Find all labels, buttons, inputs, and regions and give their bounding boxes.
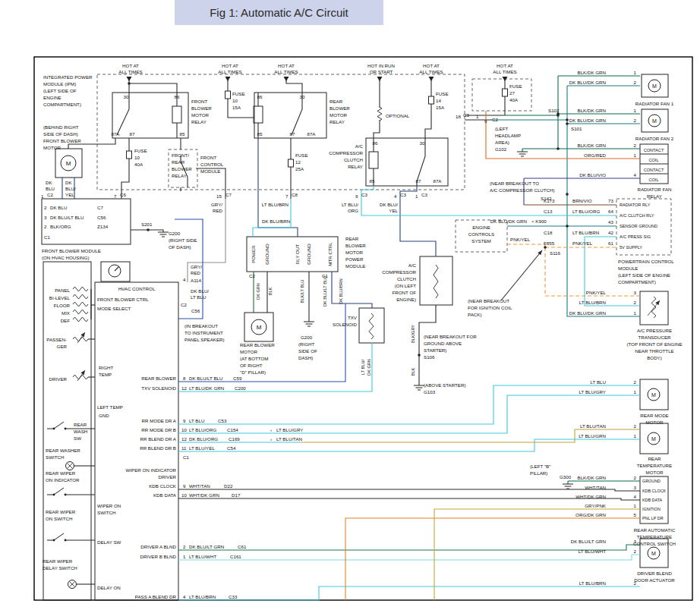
- diagram-label: PNK/YEL: [586, 290, 607, 295]
- diagram-label: PANEL: [55, 288, 70, 293]
- diagram-label: D17: [232, 492, 241, 498]
- diagram-label: S102: [548, 108, 560, 113]
- motor-m: M: [651, 436, 656, 442]
- diagram-label: DK BLU/: [191, 288, 209, 294]
- diagram-label: SWITCH: [97, 510, 115, 515]
- diagram-label: NEAR THROTTLE: [635, 348, 673, 354]
- diagram-label: C54: [227, 445, 236, 451]
- diagram-label: WHT/TAN: [189, 483, 210, 489]
- diagram-label: < K900: [531, 219, 547, 224]
- diagram-label: TO INSTRUMENT: [184, 330, 223, 335]
- diagram-label: C169: [229, 436, 240, 442]
- diagram-label: LT BLU/WHT: [189, 554, 216, 559]
- component-box: [369, 152, 378, 168]
- diagram-label: SW: [74, 435, 81, 441]
- component-box: [247, 237, 338, 272]
- resistor-icon: [73, 317, 88, 322]
- diagram-label: 85: [257, 131, 263, 137]
- diagram-label: 15A: [232, 105, 241, 110]
- figure-title-bar: Fig 1: Automatic A/C Circuit: [175, 0, 383, 25]
- junction-dot: [566, 122, 569, 125]
- diagram-label: 4: [183, 277, 186, 282]
- diagram-label: DK GRN: [367, 359, 371, 376]
- diagram-label: 3: [634, 290, 637, 295]
- diagram-label: C56: [97, 215, 106, 220]
- diagram-label: MTR CTRL: [327, 242, 333, 266]
- diagram-label: BLK/DK GRN: [578, 70, 606, 75]
- diagram-label: RELAY: [191, 119, 207, 124]
- power-feed-arrow: [225, 77, 231, 81]
- diagram-label: C33: [229, 594, 238, 599]
- diagram-label: 43: [608, 219, 613, 225]
- diagram-label: A/C COMPRESSOR CLUTCH): [490, 187, 555, 193]
- diagram-label: CONTACT: [644, 168, 664, 172]
- diagram-label: C1: [44, 234, 50, 240]
- diagram-label: LT BLU/BRN: [189, 594, 216, 599]
- diagram-label: 15A: [436, 105, 445, 110]
- wire: [178, 498, 640, 500]
- diagram-label: 86: [175, 94, 180, 99]
- diagram-label: LT BLU: [189, 418, 204, 423]
- wire: [178, 586, 640, 600]
- diagram-label: D22: [224, 483, 233, 489]
- diagram-label: BLK: [268, 287, 273, 295]
- motor-m: M: [652, 118, 657, 124]
- diagram-label: ALL TIMES: [493, 69, 516, 74]
- fuse-icon: [225, 91, 231, 99]
- junction-dot: [566, 225, 569, 228]
- coil-icon: [651, 297, 656, 318]
- wire: [178, 395, 640, 433]
- diagram-label: RELAY: [647, 193, 662, 199]
- diagram-label: PASSEN-: [46, 337, 67, 342]
- diagram-label: MIX: [61, 310, 70, 316]
- diagram-label: G103: [424, 389, 436, 395]
- diagram-label: FUSE: [232, 91, 245, 96]
- diagram-label: 12: [295, 159, 301, 165]
- diagram-label: (ON HVAC HOUSING): [42, 255, 89, 260]
- diagram-label: DELAY ON: [97, 585, 121, 590]
- diagram-label: RR MODE DR B: [141, 427, 176, 432]
- diagram-label: (ABOVE STARTER): [424, 382, 465, 388]
- diagram-label: (TOP FRONT OF ENGINE: [626, 341, 682, 347]
- diagram-label: 3: [634, 485, 637, 490]
- diagram-label: 1: [634, 433, 637, 439]
- diagram-label: PACK): [468, 312, 481, 317]
- diagram-label: S201: [141, 222, 153, 227]
- wires: [62, 76, 668, 600]
- diagram-label: ALL TIMES: [118, 69, 142, 74]
- diagram-label: 12: [181, 385, 187, 391]
- diagram-label: MODULE: [345, 263, 365, 269]
- wiring-diagram: MMMMMMMHOT ATALL TIMESHOT ATALL TIMESHOT…: [0, 0, 700, 610]
- diagram-label: 2: [634, 300, 637, 305]
- diagram-label: MOTOR: [646, 470, 664, 475]
- resistor-icon: [73, 302, 88, 307]
- diagram-label: MODULE (IPM): [43, 81, 76, 86]
- diagram-label: 2: [634, 143, 637, 148]
- diagram-label: F855: [544, 241, 555, 246]
- diagram-label: 2: [183, 544, 186, 549]
- diagram-label: PNL LP DR: [642, 516, 664, 520]
- diagram-label: S106: [424, 354, 435, 360]
- diagram-label: 4: [394, 193, 397, 199]
- diagram-label: K173: [544, 198, 555, 203]
- diagram-label: S116: [550, 250, 561, 256]
- diagram-label: LEFT TEMP: [97, 404, 123, 410]
- diagram-label: WIPER ON: [97, 503, 121, 508]
- diagram-label: LT BLU/BRN: [262, 202, 289, 207]
- diagram-label: 10: [181, 427, 187, 432]
- diagram-label: BLOWER: [172, 166, 192, 171]
- diagram-label: SWITCH: [46, 454, 64, 460]
- diagram-label: PASS A BLEND DR: [135, 594, 177, 599]
- diagram-label: (LEFT SIDE OF ENGINE: [618, 272, 670, 278]
- diagram-label: (RIGHT: [298, 341, 315, 347]
- diagram-label: BRN/VIO: [572, 198, 592, 203]
- diagram-label: FRONT: [200, 155, 217, 160]
- diagram-label: GROUND: [264, 244, 270, 265]
- diagram-label: DK: [46, 180, 52, 185]
- power-feed-arrow: [284, 77, 289, 81]
- diagram-label: 9: [484, 118, 487, 124]
- diagram-label: DELAY SW: [97, 539, 121, 545]
- diagram-label: C161: [230, 554, 241, 559]
- diagram-label: LT BLU/WHT: [579, 549, 606, 554]
- diagram-label: C3: [361, 192, 367, 197]
